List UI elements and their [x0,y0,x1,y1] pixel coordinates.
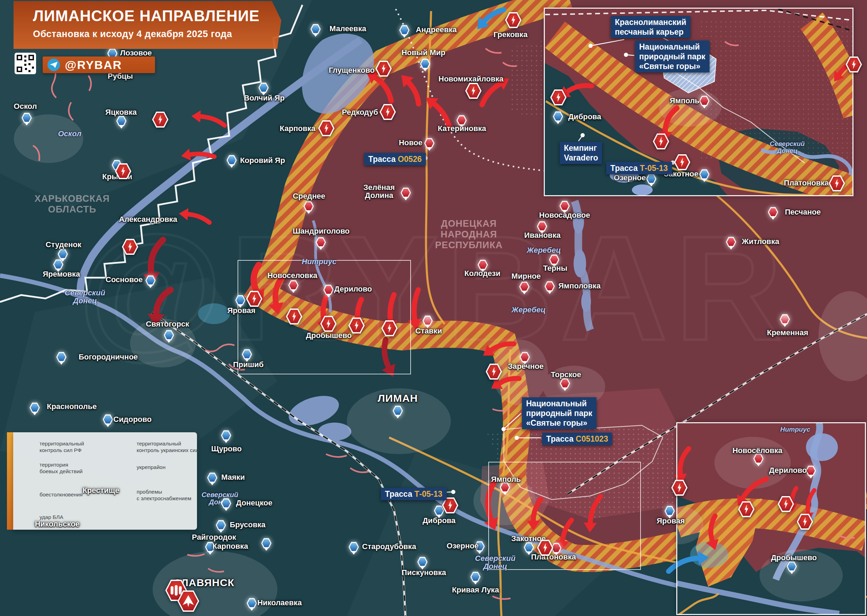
legend-label: укрепрайон [137,464,165,470]
telegram-handle: @RYBAR [65,58,122,72]
legend-label: боестолкновения [39,491,83,498]
legend-label: территориальный контроль сил РФ [39,440,84,453]
watermark: @RYBAR [78,205,789,371]
qr-pattern [14,53,36,74]
info-box-connector-dot [451,490,455,494]
telegram-badge: @RYBAR [42,57,155,73]
legend-label: удар БЛА [39,514,63,520]
inset-bottomright-frame [676,422,866,615]
title-banner: ЛИМАНСКОЕ НАПРАВЛЕНИЕ Обстановка к исход… [14,1,281,49]
situation-map: @RYBAR [0,0,867,616]
legend-label: проблемы с электроснабжением [137,489,192,501]
telegram-icon [47,58,60,71]
info-box-connector-dot [423,156,428,160]
page-subtitle: Обстановка к исходу 4 декабря 2025 года [33,29,281,39]
legend-label: территория боевых действий [39,461,83,475]
legend-label: территориальный контроль украинских сил [137,440,199,453]
inset-source-rect-yarovaya [238,260,411,374]
inset-source-rect-yampol [488,462,641,570]
page-title: ЛИМАНСКОЕ НАПРАВЛЕНИЕ [33,7,281,25]
info-box-connector-dot [502,427,506,431]
legend-accent-bar [7,432,13,530]
qr-code [14,53,36,74]
attack-arrow [190,154,214,157]
inset-topright-frame [544,8,853,196]
info-box-connector-dot [515,436,519,440]
